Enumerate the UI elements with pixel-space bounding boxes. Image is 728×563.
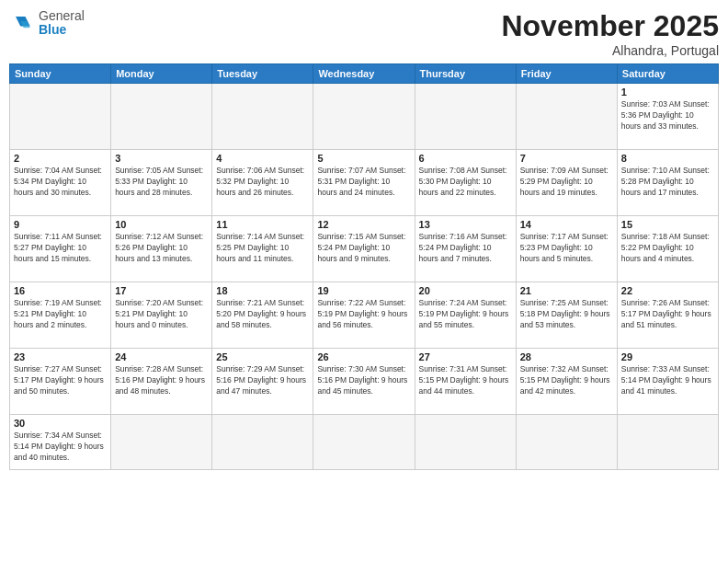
day-info: Sunrise: 7:15 AM Sunset: 5:24 PM Dayligh… [317,232,410,265]
header: General Blue November 2025 Alhandra, Por… [9,9,719,58]
day-info: Sunrise: 7:04 AM Sunset: 5:34 PM Dayligh… [14,166,107,199]
day-info: Sunrise: 7:14 AM Sunset: 5:25 PM Dayligh… [216,232,309,265]
table-row: 30Sunrise: 7:34 AM Sunset: 5:14 PM Dayli… [10,415,111,470]
day-info: Sunrise: 7:11 AM Sunset: 5:27 PM Dayligh… [14,232,107,265]
table-row: 3Sunrise: 7:05 AM Sunset: 5:33 PM Daylig… [111,150,212,216]
day-number: 11 [216,219,309,230]
table-row: 23Sunrise: 7:27 AM Sunset: 5:17 PM Dayli… [10,349,111,415]
day-info: Sunrise: 7:26 AM Sunset: 5:17 PM Dayligh… [621,298,714,331]
table-row [111,84,212,150]
table-row: 13Sunrise: 7:16 AM Sunset: 5:24 PM Dayli… [415,216,516,282]
table-row: 7Sunrise: 7:09 AM Sunset: 5:29 PM Daylig… [516,150,617,216]
header-row: Sunday Monday Tuesday Wednesday Thursday… [10,64,719,84]
table-row: 24Sunrise: 7:28 AM Sunset: 5:16 PM Dayli… [111,349,212,415]
table-row: 19Sunrise: 7:22 AM Sunset: 5:19 PM Dayli… [313,282,415,349]
day-info: Sunrise: 7:05 AM Sunset: 5:33 PM Dayligh… [115,166,208,199]
day-info: Sunrise: 7:06 AM Sunset: 5:32 PM Dayligh… [216,166,309,199]
day-number: 6 [419,153,512,164]
day-number: 21 [520,285,613,296]
day-number: 8 [621,153,714,164]
day-info: Sunrise: 7:24 AM Sunset: 5:19 PM Dayligh… [419,298,512,331]
table-row [516,84,617,150]
logo: General Blue [9,9,85,38]
table-row: 4Sunrise: 7:06 AM Sunset: 5:32 PM Daylig… [212,150,313,216]
day-info: Sunrise: 7:09 AM Sunset: 5:29 PM Dayligh… [520,166,613,199]
day-number: 22 [621,285,714,296]
day-number: 24 [115,351,208,362]
table-row: 11Sunrise: 7:14 AM Sunset: 5:25 PM Dayli… [212,216,313,282]
logo-icon [9,10,35,36]
logo-general: General [39,8,85,23]
day-number: 23 [14,351,107,362]
day-info: Sunrise: 7:10 AM Sunset: 5:28 PM Dayligh… [621,166,714,199]
day-info: Sunrise: 7:20 AM Sunset: 5:21 PM Dayligh… [115,298,208,331]
day-number: 4 [216,153,309,164]
col-tuesday: Tuesday [212,64,313,84]
day-info: Sunrise: 7:03 AM Sunset: 5:36 PM Dayligh… [621,99,714,132]
table-row: 28Sunrise: 7:32 AM Sunset: 5:15 PM Dayli… [516,349,617,415]
day-number: 16 [14,285,107,296]
day-info: Sunrise: 7:33 AM Sunset: 5:14 PM Dayligh… [621,364,714,397]
table-row: 26Sunrise: 7:30 AM Sunset: 5:16 PM Dayli… [313,349,415,415]
day-number: 26 [317,351,410,362]
table-row: 17Sunrise: 7:20 AM Sunset: 5:21 PM Dayli… [111,282,212,349]
title-block: November 2025 Alhandra, Portugal [501,9,719,58]
day-info: Sunrise: 7:27 AM Sunset: 5:17 PM Dayligh… [14,364,107,397]
table-row: 29Sunrise: 7:33 AM Sunset: 5:14 PM Dayli… [617,349,718,415]
table-row [313,84,415,150]
day-number: 12 [317,219,410,230]
table-row [212,84,313,150]
day-info: Sunrise: 7:32 AM Sunset: 5:15 PM Dayligh… [520,364,613,397]
day-info: Sunrise: 7:28 AM Sunset: 5:16 PM Dayligh… [115,364,208,397]
table-row: 8Sunrise: 7:10 AM Sunset: 5:28 PM Daylig… [617,150,718,216]
table-row: 27Sunrise: 7:31 AM Sunset: 5:15 PM Dayli… [415,349,516,415]
calendar-table: Sunday Monday Tuesday Wednesday Thursday… [9,63,719,470]
col-wednesday: Wednesday [313,64,415,84]
day-number: 30 [14,418,107,429]
day-number: 14 [520,219,613,230]
logo-text: General Blue [39,9,85,38]
table-row: 25Sunrise: 7:29 AM Sunset: 5:16 PM Dayli… [212,349,313,415]
day-info: Sunrise: 7:16 AM Sunset: 5:24 PM Dayligh… [419,232,512,265]
table-row: 12Sunrise: 7:15 AM Sunset: 5:24 PM Dayli… [313,216,415,282]
day-number: 25 [216,351,309,362]
table-row [617,415,718,470]
table-row: 15Sunrise: 7:18 AM Sunset: 5:22 PM Dayli… [617,216,718,282]
location: Alhandra, Portugal [501,43,719,58]
day-info: Sunrise: 7:31 AM Sunset: 5:15 PM Dayligh… [419,364,512,397]
table-row [415,415,516,470]
day-info: Sunrise: 7:25 AM Sunset: 5:18 PM Dayligh… [520,298,613,331]
day-info: Sunrise: 7:22 AM Sunset: 5:19 PM Dayligh… [317,298,410,331]
day-number: 15 [621,219,714,230]
day-info: Sunrise: 7:18 AM Sunset: 5:22 PM Dayligh… [621,232,714,265]
table-row: 5Sunrise: 7:07 AM Sunset: 5:31 PM Daylig… [313,150,415,216]
page: General Blue November 2025 Alhandra, Por… [0,0,728,563]
table-row: 20Sunrise: 7:24 AM Sunset: 5:19 PM Dayli… [415,282,516,349]
day-info: Sunrise: 7:34 AM Sunset: 5:14 PM Dayligh… [14,431,107,464]
day-number: 17 [115,285,208,296]
day-info: Sunrise: 7:21 AM Sunset: 5:20 PM Dayligh… [216,298,309,331]
day-info: Sunrise: 7:08 AM Sunset: 5:30 PM Dayligh… [419,166,512,199]
table-row: 9Sunrise: 7:11 AM Sunset: 5:27 PM Daylig… [10,216,111,282]
day-info: Sunrise: 7:30 AM Sunset: 5:16 PM Dayligh… [317,364,410,397]
table-row: 22Sunrise: 7:26 AM Sunset: 5:17 PM Dayli… [617,282,718,349]
day-number: 1 [621,86,714,98]
col-friday: Friday [516,64,617,84]
col-monday: Monday [111,64,212,84]
day-info: Sunrise: 7:19 AM Sunset: 5:21 PM Dayligh… [14,298,107,331]
col-saturday: Saturday [617,64,718,84]
col-sunday: Sunday [10,64,111,84]
logo-blue: Blue [39,22,66,37]
table-row: 1Sunrise: 7:03 AM Sunset: 5:36 PM Daylig… [617,84,718,150]
table-row [111,415,212,470]
table-row [415,84,516,150]
day-number: 10 [115,219,208,230]
table-row: 10Sunrise: 7:12 AM Sunset: 5:26 PM Dayli… [111,216,212,282]
col-thursday: Thursday [415,64,516,84]
day-number: 3 [115,153,208,164]
table-row [516,415,617,470]
day-number: 13 [419,219,512,230]
month-title: November 2025 [501,9,719,43]
day-number: 5 [317,153,410,164]
table-row [10,84,111,150]
